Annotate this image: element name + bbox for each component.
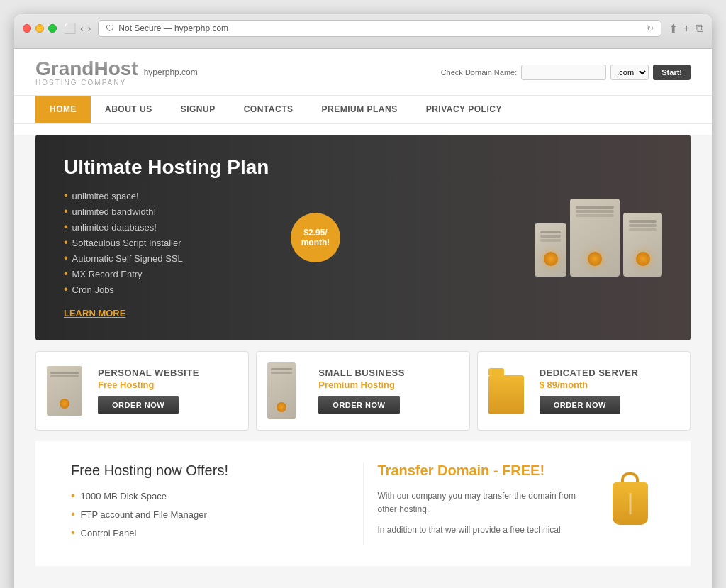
- plan-title-small-business: SMALL BUSINESS: [318, 367, 458, 378]
- free-hosting-features: 1000 MB Disk Space FTP account and File …: [71, 489, 349, 539]
- browser-controls: ⬜ ‹ ›: [64, 23, 91, 34]
- tabs-icon[interactable]: ⧉: [696, 22, 703, 35]
- plan-price-dedicated: $ 89/month: [540, 379, 679, 390]
- logo-sub: HOSTING COMPANY: [35, 79, 198, 87]
- minimize-button[interactable]: [35, 24, 44, 33]
- feature-item: MX Record Entry: [64, 267, 535, 280]
- transfer-domain-title: Transfer Domain - FREE!: [378, 462, 656, 479]
- hero-server-image: [535, 199, 662, 277]
- browser-window: ⬜ ‹ › 🛡 Not Secure — hyperphp.com ↻ ⬆ + …: [14, 14, 712, 588]
- new-tab-icon[interactable]: +: [683, 22, 690, 35]
- feature-item: unlimited bandwidth!: [64, 205, 535, 218]
- plan-subtitle-small-business: Premium Hosting: [318, 379, 458, 390]
- plan-card-personal: PERSONAL WEBSITE Free Hosting ORDER NOW: [35, 351, 249, 431]
- nav-item-privacy[interactable]: PRIVACY POLICY: [412, 96, 516, 123]
- site-main: Ultimate Hosting Plan unlimited space! u…: [14, 135, 712, 588]
- plan-info-small-business: SMALL BUSINESS Premium Hosting ORDER NOW: [318, 367, 458, 414]
- hero-banner: Ultimate Hosting Plan unlimited space! u…: [35, 135, 691, 340]
- feature-item: unlimited space!: [64, 189, 535, 202]
- domain-start-button[interactable]: Start!: [653, 65, 691, 80]
- back-button[interactable]: ‹: [80, 23, 84, 34]
- address-bar[interactable]: 🛡 Not Secure — hyperphp.com ↻: [98, 20, 661, 37]
- window-icon[interactable]: ⬜: [64, 23, 76, 34]
- folder-icon: [488, 368, 524, 414]
- plan-title-dedicated: DEDICATED SERVER: [540, 367, 679, 378]
- price-period: month!: [301, 238, 330, 248]
- logo-domain: hyperphp.com: [144, 67, 198, 77]
- traffic-lights: [23, 24, 57, 33]
- url-text: Not Secure — hyperphp.com: [118, 23, 228, 33]
- server-medium-image: [267, 362, 296, 419]
- nav-item-contacts[interactable]: CONTACTS: [230, 96, 308, 123]
- plan-icon-dedicated: [488, 368, 531, 414]
- nav-item-premium-plans[interactable]: PREMIUM PLANS: [307, 96, 411, 123]
- plan-title-personal: PERSONAL WEBSITE: [98, 367, 238, 378]
- learn-more-link[interactable]: LEARN MORE: [64, 308, 125, 318]
- domain-check-area: Check Domain Name: .com.net.org Start!: [441, 65, 691, 80]
- order-now-personal[interactable]: ORDER NOW: [98, 396, 179, 414]
- server-medium-icon: [623, 213, 662, 277]
- close-button[interactable]: [23, 24, 31, 33]
- folder-tab: [488, 368, 504, 375]
- logo-name: GrandHost: [35, 57, 138, 80]
- domain-check-label: Check Domain Name:: [441, 68, 518, 77]
- hero-title: Ultimate Hosting Plan: [64, 156, 535, 179]
- plan-card-small-business: SMALL BUSINESS Premium Hosting ORDER NOW: [256, 351, 469, 431]
- feature-ftp: FTP account and File Manager: [71, 508, 349, 521]
- lower-section: Free Hosting now Offers! 1000 MB Disk Sp…: [35, 441, 691, 566]
- site-header: GrandHost hyperphp.com HOSTING COMPANY C…: [14, 49, 712, 96]
- site-nav: HOME ABOUT US SIGNUP CONTACTS PREMIUM PL…: [14, 96, 712, 124]
- plan-info-dedicated: DEDICATED SERVER $ 89/month ORDER NOW: [540, 367, 679, 414]
- plan-icon-personal: [47, 366, 89, 416]
- domain-search-input[interactable]: [521, 65, 606, 80]
- server-small-image: [47, 366, 82, 416]
- domain-extension-select[interactable]: .com.net.org: [610, 65, 649, 80]
- plan-info-personal: PERSONAL WEBSITE Free Hosting ORDER NOW: [98, 367, 238, 414]
- order-now-dedicated[interactable]: ORDER NOW: [540, 396, 620, 414]
- browser-chrome: ⬜ ‹ › 🛡 Not Secure — hyperphp.com ↻ ⬆ + …: [14, 14, 712, 49]
- bag-body: [613, 482, 648, 525]
- feature-cpanel: Control Panel: [71, 526, 349, 539]
- transfer-bag-icon: [605, 482, 655, 532]
- nav-item-home[interactable]: HOME: [35, 96, 91, 123]
- forward-button[interactable]: ›: [88, 23, 91, 34]
- lower-left: Free Hosting now Offers! 1000 MB Disk Sp…: [57, 462, 364, 545]
- maximize-button[interactable]: [48, 24, 57, 33]
- bag-handle: [621, 472, 639, 483]
- footer-space: [14, 573, 712, 588]
- transfer-title-highlight: FREE!: [502, 462, 544, 478]
- lower-right: Transfer Domain - FREE! With our company…: [364, 462, 670, 545]
- plan-icon-small-business: [267, 362, 310, 419]
- logo-area: GrandHost hyperphp.com HOSTING COMPANY: [35, 57, 198, 87]
- transfer-title-main: Transfer Domain -: [378, 462, 498, 478]
- nav-item-signup[interactable]: SIGNUP: [167, 96, 230, 123]
- browser-actions: ⬆ + ⧉: [669, 22, 703, 35]
- plan-subtitle-personal: Free Hosting: [98, 379, 238, 390]
- nav-item-about[interactable]: ABOUT US: [91, 96, 167, 123]
- free-hosting-title: Free Hosting now Offers!: [71, 462, 349, 479]
- website-content: GrandHost hyperphp.com HOSTING COMPANY C…: [14, 49, 712, 588]
- server-small-icon: [535, 223, 566, 277]
- hosting-plans: PERSONAL WEBSITE Free Hosting ORDER NOW …: [35, 351, 691, 431]
- order-now-small-business[interactable]: ORDER NOW: [318, 396, 399, 414]
- price-amount: $2.95/: [303, 228, 327, 238]
- share-icon[interactable]: ⬆: [669, 22, 678, 35]
- plan-card-dedicated: DEDICATED SERVER $ 89/month ORDER NOW: [477, 351, 691, 431]
- hero-price-badge: $2.95/ month!: [291, 213, 340, 262]
- refresh-icon[interactable]: ↻: [647, 23, 654, 33]
- feature-disk: 1000 MB Disk Space: [71, 489, 349, 502]
- feature-item: Cron Jobs: [64, 283, 535, 296]
- server-large-icon: [570, 199, 620, 277]
- bag-stripe: [630, 493, 632, 514]
- security-icon: 🛡: [106, 23, 114, 33]
- folder-body: [488, 375, 524, 414]
